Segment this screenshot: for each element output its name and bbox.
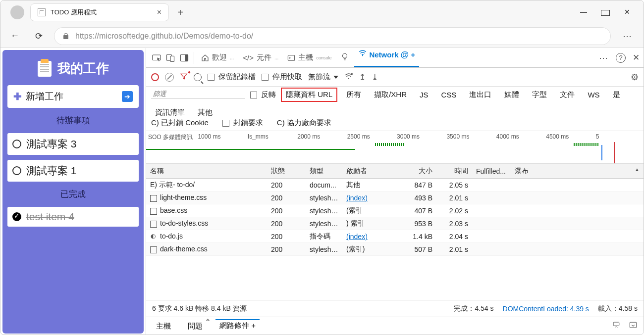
minimize-button[interactable] [579, 8, 588, 17]
inspect-element-icon[interactable] [150, 51, 163, 64]
address-bar[interactable]: https://microsoftedge.github.io/Demos/de… [54, 27, 611, 45]
back-button[interactable]: ← [6, 28, 23, 45]
third-party-label[interactable]: C) 協力廠商要求 [277, 118, 331, 128]
timeline-tick: 1000 ms [196, 133, 245, 142]
export-har-button[interactable]: ↥ [359, 72, 366, 82]
search-button[interactable] [194, 73, 202, 81]
devtools-drawer: 主機 問題 網路條件 + [146, 317, 644, 335]
tab-elements[interactable]: </> 元件... [239, 48, 282, 67]
blocked-cookies-label[interactable]: C) 已封鎖 Cookie [151, 118, 209, 128]
close-tab-icon[interactable]: × [157, 8, 161, 17]
filter-toggle-button[interactable] [180, 72, 188, 82]
todo-item[interactable]: 測試專案 3 [7, 133, 139, 155]
browser-menu-button[interactable]: ⋯ [618, 31, 638, 42]
throttling-select[interactable]: 無節流 [308, 72, 338, 82]
filter-font[interactable]: 字型 [528, 89, 551, 100]
tab-network[interactable]: Network @ + [354, 48, 419, 67]
network-filter-bar: 反轉 隱藏資料 URL 所有 擷取/XHR JS CSS 進出口 媒體 字型 文… [146, 87, 644, 118]
col-size[interactable]: 大小 [400, 167, 436, 176]
maximize-button[interactable] [601, 8, 610, 17]
code-icon: </> [243, 53, 254, 62]
invert-checkbox[interactable]: 反轉 [250, 90, 276, 99]
new-tab-button[interactable]: + [173, 5, 188, 20]
disable-cache-checkbox[interactable]: 停用快取 [262, 72, 302, 82]
drawer-console-tab[interactable]: 主機 [152, 320, 175, 333]
tab-lightbulb[interactable] [336, 48, 353, 67]
close-devtools-button[interactable]: ✕ [633, 52, 640, 63]
filter-css[interactable]: CSS [437, 90, 461, 100]
drawer-network-conditions-tab[interactable]: 網路條件 + [215, 319, 260, 333]
filter-import[interactable]: 進出口 [465, 89, 495, 100]
refresh-button[interactable]: ⟳ [30, 28, 47, 45]
devtools-top-tabs: 歡迎... </> 元件... 主機console Network @ [146, 48, 644, 68]
add-task-label: 新增工作 [26, 90, 63, 103]
table-row[interactable]: to-do-styles.css 200 styleshe... ) 索引 95… [146, 217, 644, 230]
clear-button[interactable] [165, 73, 174, 82]
todo-item[interactable]: 測試專案 1 [7, 160, 139, 182]
filter-input[interactable] [151, 89, 245, 99]
drawer-issues-tab[interactable]: 問題 [184, 320, 207, 333]
filter-media[interactable]: 媒體 [500, 89, 523, 100]
address-bar-row: ← ⟳ https://microsoftedge.github.io/Demo… [0, 24, 644, 48]
col-initiator[interactable]: 啟動者 [342, 167, 400, 176]
col-time[interactable]: 時間 [436, 167, 472, 176]
col-type[interactable]: 類型 [306, 167, 342, 176]
timeline-tick: 4500 ms [544, 133, 593, 142]
profile-avatar[interactable] [10, 5, 24, 19]
todo-item-done[interactable]: test item 4 [7, 207, 139, 227]
checkbox-icon[interactable] [12, 140, 21, 148]
network-conditions-icon[interactable] [344, 72, 353, 82]
add-task-row[interactable]: ✚ 新增工作 ➔ [7, 85, 139, 108]
drawer-expand-icon[interactable] [612, 322, 621, 332]
table-row[interactable]: to-do.js 200 指令碼 (index) 1.4 kB 2.04 s [146, 230, 644, 243]
filter-other[interactable]: 其他 [194, 107, 216, 118]
todo-title-text: 我的工作 [57, 60, 109, 77]
drawer-toggle-icon[interactable] [629, 322, 638, 332]
dock-side-icon[interactable] [178, 51, 191, 64]
col-fulfilled[interactable]: Fulfilled... [472, 167, 511, 175]
preserve-log-checkbox[interactable]: 保留記錄檔 [208, 72, 256, 82]
window-controls [579, 8, 632, 17]
filter-fetch[interactable]: 擷取/XHR [370, 89, 411, 100]
settings-gear-icon[interactable]: ⚙ [631, 72, 639, 83]
table-row[interactable]: light-theme.css 200 styleshe... (index) … [146, 191, 644, 204]
submit-task-button[interactable]: ➔ [122, 91, 133, 102]
todo-app-pane: 我的工作 ✚ 新增工作 ➔ 待辦事項 測試專案 3 測試專案 1 已完成 tes… [2, 50, 144, 334]
filter-js[interactable]: JS [416, 90, 432, 100]
blocked-requests-checkbox[interactable]: 封鎖要求 [222, 118, 263, 128]
timeline-tick: 5 [594, 133, 644, 142]
summary-dcl: DOMContentLoaded: 4.39 s [503, 305, 589, 313]
checkbox-done-icon[interactable] [12, 212, 21, 221]
device-toggle-icon[interactable] [164, 51, 177, 64]
record-button[interactable] [151, 73, 159, 81]
timeline-tick: 3500 ms [444, 133, 494, 142]
col-name[interactable]: 名稱 [146, 167, 267, 176]
table-row[interactable]: E) 示範- to-do/ 200 docum... 其他 847 B 2.05… [146, 179, 644, 191]
table-row[interactable]: dark-theme.css 200 styleshe... (索引) 507 … [146, 243, 644, 256]
import-har-button[interactable]: ⤓ [372, 72, 378, 82]
network-timeline[interactable]: SOO 多媒體簡訊1000 msIs_mms2000 ms2500 ms3000… [146, 131, 644, 164]
filter-doc[interactable]: 文件 [556, 89, 579, 100]
filter-manifest[interactable]: 資訊清單 [151, 107, 189, 118]
filter-is[interactable]: 是 [609, 89, 624, 100]
devtools-menu-button[interactable]: ⋯ [599, 52, 609, 63]
add-tab-icon[interactable]: + [411, 50, 415, 59]
checkbox-icon[interactable] [12, 166, 21, 175]
filter-all[interactable]: 所有 [342, 89, 365, 100]
clipboard-icon [38, 61, 52, 77]
col-waterfall[interactable]: 瀑布▲ [511, 167, 644, 176]
tab-console[interactable]: 主機console [283, 48, 335, 67]
hide-data-urls-highlight[interactable]: 隱藏資料 URL [281, 88, 337, 102]
tab-console-label: 主機 [298, 53, 313, 62]
tab-welcome[interactable]: 歡迎... [197, 48, 238, 67]
filter-ws[interactable]: WS [584, 90, 603, 100]
col-status[interactable]: 狀態 [267, 167, 306, 176]
help-icon[interactable]: ? [616, 53, 626, 63]
browser-tab-active[interactable]: TODO 應用程式 × [30, 3, 169, 21]
todo-item-text: 測試專案 3 [26, 137, 77, 151]
checkbox-icon [208, 74, 215, 81]
table-row[interactable]: base.css 200 styleshe... (索引 407 B 2.02 … [146, 204, 644, 217]
close-window-button[interactable] [623, 8, 632, 17]
network-table-header: 名稱 狀態 類型 啟動者 大小 時間 Fulfilled... 瀑布▲ [146, 164, 644, 179]
file-icon [150, 208, 157, 215]
